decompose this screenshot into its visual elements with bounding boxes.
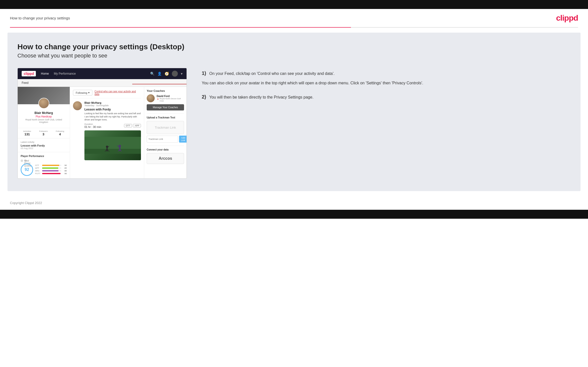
duration-label: Duration — [84, 123, 101, 125]
coach-avatar — [147, 94, 155, 102]
profile-avatar — [38, 98, 49, 109]
stat-followers: Followers 3 — [39, 130, 48, 136]
step1-text: On your Feed, click/tap on 'Control who … — [209, 71, 334, 76]
connect-data-section: Connect your data Arccos — [147, 146, 184, 164]
duration-value: 01 hr : 30 min — [84, 125, 101, 128]
app-screenshot: clippd Home My Performance 🔍 👤 🧭 ▾ Feed — [17, 68, 187, 179]
instruction-step2: 2) You will then be taken directly to th… — [202, 94, 571, 101]
app-right-panel: Your Coaches David Ford 📍 Royal North De… — [144, 87, 187, 178]
following-button[interactable]: Following ▾ — [73, 90, 92, 96]
activity-user-avatar — [73, 101, 82, 110]
nav-avatar[interactable] — [172, 71, 178, 77]
instruction-step1: 1) On your Feed, click/tap on 'Control w… — [202, 70, 571, 86]
perf-bar-putt: PUTT 96 — [35, 172, 67, 175]
tag-ott: OTT — [124, 124, 132, 127]
perf-quality-label: Total Player Quality — [21, 159, 67, 162]
main-content: How to change your privacy settings (Des… — [7, 33, 581, 191]
app-nav-icons: 🔍 👤 🧭 ▾ — [150, 71, 183, 77]
site-header: How to change your privacy settings clip… — [0, 9, 588, 27]
duration-info: Duration 01 hr : 30 min — [84, 123, 101, 128]
arccos-badge[interactable]: Arccos — [147, 153, 184, 164]
stat-activities: Activities 131 — [23, 130, 31, 136]
app-center-panel: Following ▾ Control who can see your act… — [70, 87, 144, 178]
step2-text: You will then be taken directly to the P… — [209, 95, 313, 99]
svg-point-7 — [119, 145, 121, 147]
app-nav-home[interactable]: Home — [41, 72, 49, 75]
info-icon — [21, 159, 23, 162]
app-nav-performance[interactable]: My Performance — [54, 72, 76, 75]
activity-username[interactable]: Blair McHarg — [84, 101, 141, 104]
perf-title: Player Performance — [21, 155, 67, 157]
activities-label: Activities — [23, 130, 31, 132]
location-icon: 📍 — [157, 99, 159, 101]
latest-label: Latest Activity — [21, 141, 67, 143]
content-columns: clippd Home My Performance 🔍 👤 🧭 ▾ Feed — [17, 68, 571, 179]
chevron-down-icon: ▾ — [88, 91, 90, 94]
connect-title: Connect your data — [147, 148, 184, 151]
profile-name: Blair McHarg — [21, 111, 67, 115]
search-icon[interactable]: 🔍 — [150, 72, 154, 76]
feed-header: Following ▾ Control who can see your act… — [73, 90, 141, 98]
app-left-panel: Blair McHarg Plus Handicap Royal North D… — [18, 87, 70, 178]
tag-app: APP — [133, 124, 141, 127]
header-divider — [10, 27, 578, 28]
copyright-text: Copyright Clippd 2022 — [10, 201, 42, 205]
step2-number: 2) — [202, 94, 206, 100]
top-bar — [0, 0, 588, 9]
activity-content: Blair McHarg Yesterday · Sunningdale Les… — [84, 101, 141, 160]
site-logo: clippd — [556, 13, 578, 23]
activity-title[interactable]: Lesson with Fordy — [84, 108, 141, 111]
trackman-input[interactable] — [147, 136, 178, 143]
upload-title: Upload a Trackman Test — [147, 116, 184, 119]
golf-scene-svg — [84, 130, 141, 160]
followers-value: 3 — [39, 132, 48, 136]
control-privacy-link[interactable]: Control who can see your activity and da… — [94, 90, 141, 96]
breadcrumb: How to change your privacy settings — [10, 16, 70, 20]
trackman-placeholder: Trackman Link — [147, 121, 184, 134]
trackman-input-row: Add Link — [147, 136, 184, 143]
upload-trackman-section: Upload a Trackman Test Trackman Link Add… — [147, 113, 184, 143]
duration-row: Duration 01 hr : 30 min OTT APP — [84, 123, 141, 128]
latest-name[interactable]: Lesson with Fordy — [21, 144, 67, 147]
avatar-image — [39, 98, 49, 108]
tag-badges: OTT APP — [124, 124, 141, 127]
site-footer: Copyright Clippd 2022 — [0, 196, 588, 210]
annotation-line — [132, 84, 187, 84]
activity-card: Blair McHarg Yesterday · Sunningdale Les… — [73, 101, 141, 160]
user-icon[interactable]: 👤 — [157, 72, 162, 76]
profile-tag: Plus Handicap — [21, 115, 67, 118]
chevron-down-icon[interactable]: ▾ — [181, 72, 183, 76]
perf-bars: OTT 90 APP 85 ARG — [35, 164, 67, 175]
activity-image — [84, 130, 141, 160]
bottom-bar — [0, 210, 588, 219]
perf-score-circle: 92 — [21, 163, 33, 176]
activities-value: 131 — [23, 132, 31, 136]
latest-activity-section: Latest Activity Lesson with Fordy 03 Aug… — [18, 138, 70, 152]
instructions-column: 1) On your Feed, click/tap on 'Control w… — [197, 68, 571, 108]
coach-name[interactable]: David Ford — [157, 95, 184, 98]
coach-row: David Ford 📍 Royal North Devon Golf Club — [147, 94, 184, 102]
app-logo: clippd — [22, 71, 36, 76]
coaches-section: Your Coaches David Ford 📍 Royal North De… — [147, 89, 184, 110]
following-label: Following — [56, 130, 64, 132]
perf-bar-app: APP 85 — [35, 167, 67, 169]
step1-number: 1) — [202, 70, 206, 76]
manage-coaches-button[interactable]: Manage Your Coaches — [147, 104, 184, 110]
step1-extra: You can also click on your avatar in the… — [202, 80, 571, 86]
stat-following: Following 4 — [56, 130, 64, 136]
add-link-button[interactable]: Add Link — [179, 136, 187, 143]
profile-banner — [18, 87, 70, 104]
profile-location: Royal North Devon Golf Club, United King… — [21, 118, 67, 123]
app-feed-bar: Feed — [18, 79, 187, 87]
coach-club: 📍 Royal North Devon Golf Club — [157, 98, 184, 102]
latest-date: 03 Aug 2022 — [21, 147, 67, 150]
feed-label: Feed — [22, 81, 28, 85]
coaches-title: Your Coaches — [147, 89, 184, 92]
perf-row: 92 OTT 90 APP 85 — [21, 163, 67, 176]
perf-bar-ott: OTT 90 — [35, 164, 67, 166]
followers-label: Followers — [39, 130, 48, 132]
profile-stats: Activities 131 Followers 3 Following 4 — [18, 128, 70, 138]
following-value: 4 — [56, 132, 64, 136]
coach-info: David Ford 📍 Royal North Devon Golf Club — [157, 95, 184, 102]
compass-icon[interactable]: 🧭 — [165, 72, 169, 76]
